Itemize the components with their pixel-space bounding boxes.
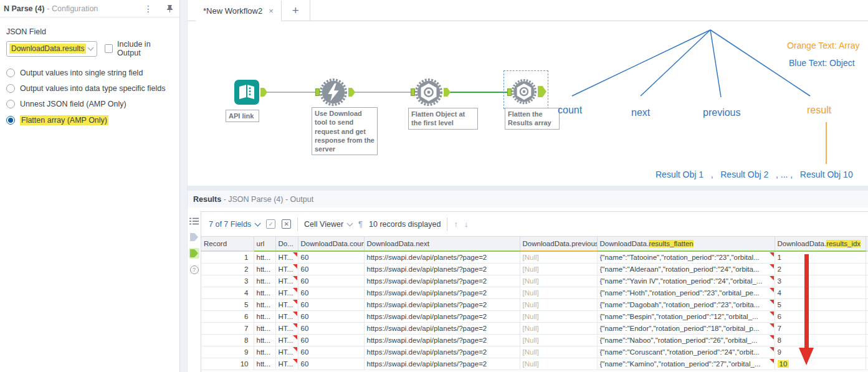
count-cell: 60 [298, 322, 364, 334]
table-row[interactable]: 6htt...HT...60https://swapi.dev/api/plan… [201, 310, 868, 322]
connection-2[interactable] [352, 92, 412, 93]
tool-text-input[interactable] [234, 79, 260, 108]
output-anchor-icon[interactable] [189, 248, 199, 259]
include-in-output-row[interactable]: Include in Output [105, 40, 173, 57]
url-cell: htt... [254, 275, 275, 287]
results-title-suffix: - JSON Parse (4) - Output [221, 195, 313, 204]
previous-cell: [Null] [520, 275, 597, 287]
url-cell: htt... [254, 322, 275, 334]
col-record[interactable]: Record [201, 237, 254, 251]
radio-selected-icon[interactable] [6, 116, 15, 125]
results-toolbar: 7 of 7 Fields ✓ ✕ Cell Viewer ¶ 10 recor… [201, 212, 868, 237]
connection-1[interactable] [264, 92, 317, 93]
radio-icon[interactable] [6, 69, 15, 77]
output-anchor[interactable] [444, 88, 451, 97]
caption-api-link[interactable]: API link [226, 110, 259, 122]
next-cell: https://swapi.dev/api/planets/?page=2 [364, 275, 520, 287]
pin-icon[interactable] [166, 4, 173, 12]
filler-cell [866, 287, 868, 298]
caption-download[interactable]: Use Download tool to send request and ge… [312, 107, 378, 155]
next-cell: https://swapi.dev/api/planets/?page=2 [364, 346, 520, 358]
tool-json-parse-2[interactable] [511, 79, 537, 107]
workflow-canvas[interactable]: API link Use Download tool to send reque… [188, 21, 868, 186]
table-row[interactable]: 10htt...HT...60https://swapi.dev/api/pla… [201, 358, 868, 370]
tool-json-parse-1[interactable] [414, 78, 443, 109]
metadata-list-icon[interactable] [189, 216, 199, 226]
connection-3[interactable] [448, 92, 508, 93]
table-row[interactable]: 5htt...HT...60https://swapi.dev/api/plan… [201, 298, 868, 310]
table-row[interactable]: 8htt...HT...60https://swapi.dev/api/plan… [201, 334, 868, 346]
whitespace-toggle-icon[interactable]: ¶ [358, 219, 363, 229]
table-row[interactable]: 9htt...HT...60https://swapi.dev/api/plan… [201, 346, 868, 358]
table-row[interactable]: 7htt...HT...60https://swapi.dev/api/plan… [201, 322, 868, 334]
table-row[interactable]: 4htt...HT...60https://swapi.dev/api/plan… [201, 287, 868, 298]
download-cell: HT... [275, 310, 298, 322]
scroll-up-icon[interactable]: ↑ [454, 219, 458, 229]
add-tab-button[interactable]: + [282, 0, 310, 21]
count-cell: 60 [298, 263, 364, 275]
col-filler [866, 237, 868, 251]
workflow-tab-bar: *New Workflow2 × + [188, 0, 868, 21]
col-results-flatten[interactable]: DownloadData.results_flatten [597, 237, 775, 251]
help-icon[interactable]: ? [189, 264, 199, 275]
kebab-menu-icon[interactable]: ⋮ [144, 4, 153, 14]
col-count[interactable]: DownloadData.count [298, 237, 364, 251]
count-cell: 60 [298, 251, 364, 263]
previous-cell: [Null] [520, 310, 597, 322]
col-results-idx[interactable]: DownloadData.results_idx [775, 237, 866, 251]
record-cell: 3 [201, 275, 254, 287]
legend-orange-text: Orange Text: Array [787, 41, 859, 50]
deselect-fields-icon[interactable]: ✕ [282, 219, 291, 229]
table-row[interactable]: 1htt...HT...60https://swapi.dev/api/plan… [201, 251, 868, 263]
radio-icon[interactable] [6, 100, 15, 108]
fields-dropdown[interactable]: 7 of 7 Fields [209, 220, 260, 229]
record-cell: 8 [201, 334, 254, 346]
caption-flatten-object[interactable]: Flatten Object at the first level [408, 108, 478, 130]
url-cell: htt... [254, 310, 275, 322]
tool-download[interactable] [319, 78, 348, 109]
filler-cell [866, 334, 868, 346]
result-objects-text: Result Obj 1 , Result Obj 2 , ... , Resu… [656, 169, 853, 179]
col-download[interactable]: Do... [275, 237, 298, 251]
scroll-down-icon[interactable]: ↓ [464, 219, 469, 229]
include-in-output-checkbox[interactable] [105, 44, 113, 53]
output-anchor[interactable] [260, 88, 267, 97]
previous-cell: [Null] [520, 263, 597, 275]
next-cell: https://swapi.dev/api/planets/?page=2 [364, 298, 520, 310]
close-icon[interactable]: × [269, 6, 274, 16]
url-cell: htt... [254, 334, 275, 346]
json-field-dropdown[interactable]: DownloadData.results [6, 41, 97, 57]
option-flatten-array[interactable]: Flatten array (AMP Only) [6, 115, 173, 125]
flatten-cell: {"name":"Hoth","rotation_period":"23","o… [597, 287, 775, 298]
col-url[interactable]: url [254, 237, 275, 251]
filler-cell [866, 263, 868, 275]
caption-flatten-results[interactable]: Flatten the Results array [505, 108, 560, 130]
select-fields-icon[interactable]: ✓ [266, 219, 275, 229]
option-data-type-specific-fields[interactable]: Output values into data type specific fi… [6, 84, 173, 93]
record-cell: 4 [201, 287, 254, 298]
tab-new-workflow2[interactable]: *New Workflow2 × [196, 1, 282, 21]
download-cell: HT... [275, 298, 298, 310]
legend-blue-text: Blue Text: Object [789, 58, 855, 68]
results-table-body: 1htt...HT...60https://swapi.dev/api/plan… [201, 251, 868, 370]
flatten-cell: {"name":"Tatooine","rotation_period":"23… [597, 251, 775, 263]
table-row[interactable]: 2htt...HT...60https://swapi.dev/api/plan… [201, 263, 868, 275]
download-cell: HT... [275, 275, 298, 287]
url-cell: htt... [254, 251, 275, 263]
filler-cell [866, 251, 868, 263]
option-single-string-field[interactable]: Output values into single string field [6, 69, 173, 77]
option-unnest-json-field[interactable]: Unnest JSON field (AMP Only) [6, 100, 173, 108]
col-next[interactable]: DownloadData.next [364, 237, 520, 251]
download-cell: HT... [275, 263, 298, 275]
output-anchor[interactable] [348, 88, 355, 97]
input-anchor-icon[interactable] [189, 232, 199, 242]
filler-cell [866, 322, 868, 334]
cell-viewer-dropdown[interactable]: Cell Viewer [304, 220, 352, 229]
node-label-previous: previous [703, 107, 740, 118]
radio-icon[interactable] [6, 84, 15, 93]
node-label-count: count [558, 105, 582, 116]
tool-title: N Parse (4) [4, 4, 44, 13]
record-cell: 2 [201, 263, 254, 275]
table-row[interactable]: 3htt...HT...60https://swapi.dev/api/plan… [201, 275, 868, 287]
col-previous[interactable]: DownloadData.previous [520, 237, 597, 251]
